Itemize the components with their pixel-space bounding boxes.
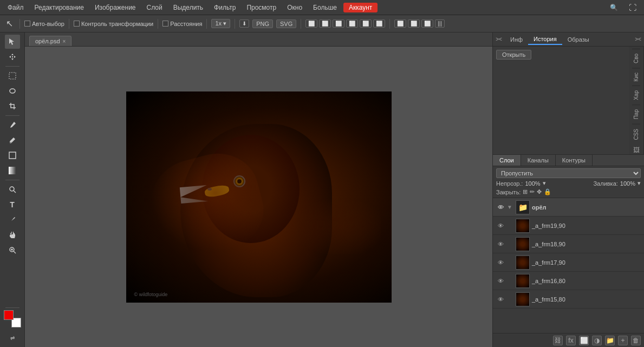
pen-tool[interactable] xyxy=(5,213,20,227)
search-icon[interactable]: 🔍 xyxy=(606,3,622,12)
right-expand-btn[interactable]: >< xyxy=(632,32,644,47)
align-center-btn[interactable]: ⬜ xyxy=(319,19,331,28)
distances-checkbox-item[interactable]: Расстояния xyxy=(162,21,202,27)
align-top-btn[interactable]: ⬜ xyxy=(346,19,358,28)
layer-visibility-eye[interactable]: 👁 xyxy=(496,221,505,230)
layer-visibility-eye[interactable]: 👁 xyxy=(496,258,505,267)
menu-file[interactable]: Файл xyxy=(3,3,28,12)
move-tool-btn[interactable]: ↖ xyxy=(3,18,15,30)
side-label-css[interactable]: CSS xyxy=(632,124,640,145)
rect-tool[interactable] xyxy=(5,148,20,162)
text-tool[interactable]: T xyxy=(5,198,20,212)
autoselect-checkbox[interactable] xyxy=(24,21,30,27)
hand-tool[interactable] xyxy=(5,228,20,242)
menu-window[interactable]: Окно xyxy=(283,3,307,12)
menu-image[interactable]: Изображение xyxy=(90,3,140,12)
zoom-tool[interactable] xyxy=(5,182,20,197)
right-tab-history[interactable]: История xyxy=(528,34,562,45)
select-tool[interactable] xyxy=(5,35,20,49)
brush-tool[interactable] xyxy=(5,133,20,147)
tab-close-btn[interactable]: × xyxy=(63,38,66,44)
eagle-canvas: © wildfotoguide xyxy=(126,91,392,303)
layers-tab-paths[interactable]: Контуры xyxy=(556,155,593,166)
lasso-tool[interactable] xyxy=(5,84,20,98)
open-button[interactable]: Открыть xyxy=(496,50,531,60)
layer-visibility-eye[interactable]: 👁 xyxy=(496,203,505,212)
side-label-kis[interactable]: Кис xyxy=(632,68,640,86)
canvas-content[interactable]: © wildfotoguide xyxy=(25,47,492,347)
marquee-tool[interactable] xyxy=(5,69,20,83)
menu-select[interactable]: Выделить xyxy=(169,3,207,12)
right-collapse-btn[interactable]: >< xyxy=(493,32,505,47)
lock-row: Закрыть: ⊞ ✏ ✥ 🔒 xyxy=(496,188,641,195)
fullscreen-icon[interactable]: ⛶ xyxy=(625,2,641,13)
layers-tab-layers[interactable]: Слои xyxy=(493,155,521,166)
layer-expand-arrow[interactable]: ▼ xyxy=(507,204,513,211)
layer-delete-btn[interactable]: 🗑 xyxy=(631,336,641,345)
lock-icon[interactable]: 🔒 xyxy=(544,188,551,195)
color-swatches[interactable] xyxy=(4,310,21,328)
menu-layer[interactable]: Слой xyxy=(142,3,167,12)
png-button[interactable]: PNG xyxy=(252,19,273,28)
right-tab-images[interactable]: Образы xyxy=(562,34,595,45)
distribute-h-btn[interactable]: ⬜ xyxy=(394,19,406,28)
layers-tab-channels[interactable]: Каналы xyxy=(521,155,556,166)
lock-move-icon[interactable]: ✥ xyxy=(537,188,542,195)
layers-list: 👁 ▼ 📁 орёл 👁 _a_frm19,90 xyxy=(493,198,644,333)
align-middle-btn[interactable]: ⬜ xyxy=(360,19,372,28)
tool-separator-1 xyxy=(5,66,19,67)
eyedropper-tool[interactable] xyxy=(5,118,20,132)
side-label-khar[interactable]: Хар xyxy=(632,86,640,104)
menu-filter[interactable]: Фильтр xyxy=(210,3,240,12)
fill-arrow[interactable]: ▾ xyxy=(638,180,641,187)
layer-item[interactable]: 👁 ▼ 📁 орёл xyxy=(493,198,644,217)
transform-checkbox[interactable] xyxy=(74,21,80,27)
layer-item[interactable]: 👁 _a_frm18,90 xyxy=(493,235,644,253)
fill-value[interactable]: 100% xyxy=(620,180,635,187)
image-panel-icon[interactable]: 🖼 xyxy=(631,146,642,154)
opacity-value[interactable]: 100% xyxy=(525,180,540,187)
layer-item[interactable]: 👁 _a_frm17,90 xyxy=(493,253,644,272)
autoselect-checkbox-item[interactable]: Авто-выбор xyxy=(24,21,64,27)
layer-mask-btn[interactable]: ⬜ xyxy=(579,336,589,345)
distribute-spacing-btn[interactable]: ⬜ xyxy=(421,19,433,28)
layer-item[interactable]: 👁 _a_frm19,90 xyxy=(493,217,644,235)
magnify-tool[interactable] xyxy=(5,243,20,257)
transform-checkbox-item[interactable]: Контроль трансформации xyxy=(74,21,153,27)
distribute-extra-btn[interactable]: ||| xyxy=(435,19,445,28)
layer-group-btn[interactable]: 📁 xyxy=(605,336,615,345)
side-label-par[interactable]: Пар xyxy=(632,104,640,123)
layer-effect-btn[interactable]: fx xyxy=(566,336,576,345)
layer-add-btn[interactable]: + xyxy=(618,336,628,345)
layer-visibility-eye[interactable]: 👁 xyxy=(496,295,505,304)
layer-item[interactable]: 👁 _a_frm15,80 xyxy=(493,290,644,309)
blend-mode-dropdown[interactable]: Пропустить xyxy=(496,168,641,178)
align-bottom-btn[interactable]: ⬜ xyxy=(373,19,385,28)
align-left-btn[interactable]: ⬜ xyxy=(305,19,317,28)
gradient-tool[interactable] xyxy=(5,163,20,178)
layer-link-btn[interactable]: ⛓ xyxy=(553,336,563,345)
layer-visibility-eye[interactable]: 👁 xyxy=(496,240,505,248)
svg-button[interactable]: SVG xyxy=(276,19,296,28)
menu-view[interactable]: Просмотр xyxy=(242,3,281,12)
menu-edit[interactable]: Редактирование xyxy=(30,3,88,12)
side-label-svo[interactable]: Сво xyxy=(632,49,640,68)
layer-visibility-eye[interactable]: 👁 xyxy=(496,277,505,285)
download-icon[interactable]: ⬇ xyxy=(239,19,249,28)
menu-account[interactable]: Аккаунт xyxy=(343,3,378,12)
menu-more[interactable]: Больше xyxy=(309,3,341,12)
file-tab[interactable]: орёл.psd × xyxy=(29,36,71,46)
lock-grid-icon[interactable]: ⊞ xyxy=(523,188,528,195)
layer-item[interactable]: 👁 _a_frm16,80 xyxy=(493,272,644,290)
zoom-dropdown[interactable]: 1x ▾ xyxy=(211,19,230,28)
move-tool[interactable] xyxy=(5,50,20,64)
layer-adjust-btn[interactable]: ◑ xyxy=(592,336,602,345)
crop-tool[interactable] xyxy=(5,99,20,113)
align-right-btn[interactable]: ⬜ xyxy=(333,19,344,28)
lock-brush-icon[interactable]: ✏ xyxy=(530,188,535,195)
switch-mode-btn[interactable]: ⇌ xyxy=(5,331,20,345)
distribute-v-btn[interactable]: ⬜ xyxy=(408,19,420,28)
opacity-arrow[interactable]: ▾ xyxy=(543,180,546,187)
distances-checkbox[interactable] xyxy=(162,21,168,27)
right-tab-info[interactable]: Инф xyxy=(505,34,528,45)
